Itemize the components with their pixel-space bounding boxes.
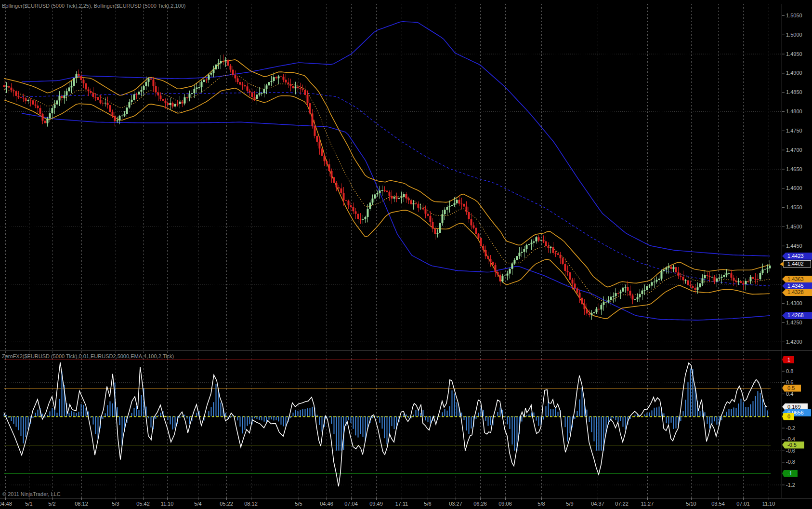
candle-body	[319, 142, 321, 148]
price-axis-label: 1.4700	[786, 147, 802, 153]
candle-body	[198, 87, 200, 88]
osc-axis-label: -1.2	[786, 482, 795, 488]
candle-body	[750, 277, 752, 281]
candle-body	[550, 247, 552, 249]
candle-body	[3, 85, 5, 87]
candle-body	[292, 86, 294, 88]
candle-body	[61, 96, 63, 98]
candle-body	[210, 73, 212, 75]
candle-body	[702, 278, 704, 283]
candle-body	[242, 85, 244, 85]
candle-body	[275, 77, 277, 78]
candle-body	[458, 200, 460, 204]
time-axis-label: 09:06	[498, 501, 512, 507]
candle-body	[160, 95, 162, 99]
chart-canvas[interactable]	[0, 0, 812, 509]
time-axis-label: 5/9	[566, 501, 573, 507]
main-price-panel[interactable]	[3, 22, 771, 320]
candle-body	[538, 237, 540, 241]
osc-axis-label: -0.8	[786, 459, 795, 465]
candle-body	[261, 93, 263, 94]
candle-body	[694, 288, 696, 290]
candle-body	[300, 88, 301, 89]
candle-body	[654, 281, 655, 282]
candle-body	[480, 238, 482, 246]
price-axis-label: 1.4450	[786, 243, 802, 249]
ninjatrader-chart-window: Bollinger($EURUSD (5000 Tick),2,25), Bol…	[0, 0, 812, 509]
candle-body	[129, 102, 131, 107]
candle-body	[478, 234, 480, 238]
candle-body	[102, 103, 104, 103]
time-axis-label: 09:49	[369, 501, 383, 507]
candle-body	[259, 94, 261, 95]
candle-body	[466, 207, 468, 212]
candle-body	[661, 271, 663, 279]
candle-body	[584, 304, 586, 309]
candle-body	[540, 240, 542, 241]
price-axis-label: 1.4750	[786, 128, 802, 134]
candle-body	[386, 191, 388, 192]
zerofx2-panel[interactable]	[4, 360, 771, 487]
candle-body	[579, 293, 581, 297]
price-axis-label: 1.4300	[786, 300, 802, 307]
candle-body	[418, 204, 419, 208]
candle-body	[490, 259, 492, 262]
value-marker-0.5: 0.5	[782, 385, 801, 392]
candle-body	[379, 190, 381, 193]
candle-body	[247, 86, 249, 91]
candle-body	[511, 264, 513, 269]
time-axis-label: 05:42	[136, 501, 150, 507]
candle-body	[644, 290, 646, 291]
candle-body	[743, 283, 745, 284]
candle-body	[454, 203, 456, 205]
value-marker-0: 0	[782, 413, 794, 420]
candle-body	[372, 199, 374, 202]
candle-body	[760, 273, 761, 279]
candle-body	[642, 291, 643, 294]
candle-body	[678, 272, 680, 276]
osc-axis-label: -0.2	[786, 425, 795, 431]
value-marker-1: 1	[782, 356, 794, 363]
candle-body	[11, 88, 13, 91]
candle-body	[622, 288, 624, 292]
time-axis-label: 07:01	[736, 501, 750, 507]
candle-body	[76, 74, 78, 78]
candle-body	[413, 203, 415, 204]
candle-body	[747, 281, 749, 281]
candle-body	[721, 277, 723, 278]
candle-body	[290, 84, 292, 86]
candle-body	[755, 279, 757, 280]
panel-indicator-label: ZeroFX2($EURUSD (5000 Tick),0.01,EURUSD2…	[2, 353, 174, 360]
candle-body	[117, 121, 118, 121]
candle-body	[569, 272, 571, 280]
candle-body	[646, 286, 648, 291]
candle-body	[179, 102, 181, 104]
candle-body	[119, 116, 121, 121]
candle-body	[709, 276, 711, 277]
candle-body	[425, 209, 427, 214]
candle-body	[711, 277, 713, 277]
candle-body	[572, 280, 574, 283]
bollinger25-upper-band	[4, 60, 770, 287]
time-axis-label: 11:10	[161, 501, 174, 507]
candle-body	[714, 277, 716, 281]
candle-body	[194, 89, 196, 94]
candle-body	[68, 87, 70, 91]
candle-body	[326, 161, 328, 164]
candle-body	[143, 86, 145, 90]
candle-body	[533, 241, 535, 243]
candle-body	[341, 188, 342, 193]
candle-body	[543, 240, 545, 241]
candle-body	[52, 108, 53, 113]
candle-body	[384, 190, 386, 191]
candle-body	[483, 246, 485, 250]
candle-body	[191, 93, 193, 94]
candle-body	[218, 63, 220, 64]
candle-body	[603, 302, 605, 305]
candle-body	[350, 205, 352, 207]
candle-body	[528, 244, 530, 245]
candle-body	[215, 65, 217, 69]
candle-body	[519, 253, 521, 256]
candle-body	[381, 190, 383, 191]
candle-body	[492, 262, 494, 265]
